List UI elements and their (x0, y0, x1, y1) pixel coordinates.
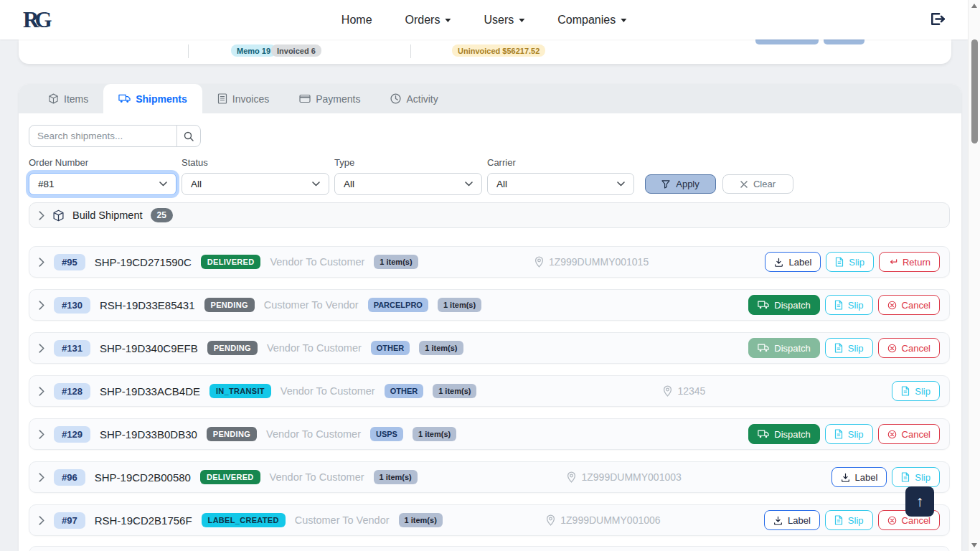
row-actions: Slip (892, 381, 940, 401)
label-button[interactable]: Label (765, 252, 821, 272)
cancel-button[interactable]: Cancel (878, 338, 940, 358)
scroll-to-top-button[interactable]: ↑ (905, 486, 934, 517)
slip-button[interactable]: Slip (892, 381, 940, 401)
row-left: #131 SHP-19D340C9EFB PENDING Vendor To C… (39, 340, 463, 357)
button-label: Slip (848, 515, 864, 526)
order-number-select[interactable]: #81 (29, 173, 176, 195)
tracking: 1Z999DUMMY001003 (418, 471, 831, 483)
location-pin-icon (534, 256, 544, 268)
button-label: Label (855, 472, 878, 483)
clear-button[interactable]: Clear (722, 174, 793, 194)
slip-button[interactable]: Slip (892, 467, 940, 487)
download-icon (773, 516, 783, 525)
file-icon (901, 472, 910, 482)
status-badge: PENDING (207, 427, 257, 441)
shipment-row[interactable]: #130 RSH-19D33E85431 PENDING Customer To… (29, 289, 950, 321)
button-label: Dispatch (774, 300, 811, 311)
shipment-row[interactable]: #95 SHP-19CD271590C DELIVERED Vendor To … (29, 246, 950, 278)
chevron-right-icon[interactable] (39, 516, 44, 525)
button-label: Slip (848, 429, 864, 440)
tab-shipments[interactable]: Shipments (103, 84, 202, 113)
select-value: #81 (38, 179, 55, 189)
shipment-row[interactable]: #131 SHP-19D340C9EFB PENDING Vendor To C… (29, 332, 950, 364)
button-label: Slip (915, 472, 930, 483)
return-button[interactable]: Return (879, 252, 940, 272)
scrollbar-down-arrow[interactable] (971, 543, 977, 547)
button-label: Cancel (902, 343, 930, 354)
slip-button[interactable]: Slip (826, 252, 874, 272)
search-button[interactable] (176, 125, 201, 147)
direction-label: Customer To Vendor (264, 299, 359, 311)
chevron-right-icon[interactable] (39, 258, 44, 267)
items-badge: 1 item(s) (419, 341, 463, 355)
items-badge: 1 item(s) (374, 255, 418, 269)
slip-button[interactable]: Slip (825, 295, 873, 315)
build-shipment-row[interactable]: Build Shipment 25 (29, 202, 950, 228)
slip-button[interactable]: Slip (825, 424, 873, 444)
scrollbar-thumb[interactable] (971, 39, 978, 143)
chevron-right-icon[interactable] (39, 387, 44, 396)
row-left: #128 SHP-19D33ACB4DE IN_TRANSIT Vendor T… (39, 383, 476, 400)
chevron-right-icon[interactable] (39, 430, 44, 439)
shipment-row[interactable]: #128 SHP-19D33ACB4DE IN_TRANSIT Vendor T… (29, 375, 950, 407)
search-input[interactable] (29, 125, 177, 147)
download-icon (774, 258, 783, 267)
carrier-badge: USPS (370, 427, 403, 441)
file-icon (835, 257, 844, 267)
row-actions: LabelSlip (831, 467, 941, 487)
carrier-select[interactable]: All (487, 173, 634, 195)
carrier-badge: PARCELPRO (368, 298, 428, 312)
page-scrollbar[interactable] (968, 0, 980, 551)
status-select[interactable]: All (182, 173, 329, 195)
chevron-down-icon (617, 182, 625, 187)
order-number-badge: #131 (54, 340, 90, 357)
nav-item-companies[interactable]: Companies (557, 14, 626, 27)
select-value: All (344, 179, 354, 189)
divider (410, 44, 411, 58)
return-arrow-icon (888, 258, 897, 266)
nav-item-orders[interactable]: Orders (405, 14, 451, 27)
shipment-row-partial[interactable] (29, 546, 950, 551)
nav-item-home[interactable]: Home (341, 14, 372, 27)
tab-activity[interactable]: Activity (375, 84, 453, 113)
cancel-button[interactable]: Cancel (878, 295, 940, 315)
button-label: Cancel (902, 300, 930, 311)
order-number-badge: #95 (54, 254, 85, 270)
filter-actions: Apply Clear (645, 174, 793, 195)
cancel-button[interactable]: Cancel (878, 424, 940, 444)
chevron-right-icon[interactable] (39, 473, 44, 482)
shipment-row[interactable]: #97 RSH-19CD2B1756F LABEL_CREATED Custom… (29, 504, 950, 536)
cancel-circle-icon (887, 344, 897, 353)
slip-button[interactable]: Slip (825, 510, 873, 530)
label-button[interactable]: Label (764, 510, 820, 530)
chevron-right-icon[interactable] (39, 344, 44, 353)
tab-invoices[interactable]: Invoices (202, 84, 284, 113)
carrier-badge: OTHER (371, 341, 410, 355)
build-shipment-count-badge: 25 (151, 208, 173, 222)
shipment-row[interactable]: #96 SHP-19CD2B00580 DELIVERED Vendor To … (29, 461, 950, 493)
slip-button[interactable]: Slip (825, 338, 873, 358)
chevron-right-icon[interactable] (39, 301, 44, 310)
dispatch-button[interactable]: Dispatch (748, 338, 820, 358)
filter-order-number: Order Number #81 (29, 157, 176, 195)
nav-item-users[interactable]: Users (484, 14, 524, 27)
filter-label: Carrier (487, 157, 634, 168)
shipment-row[interactable]: #129 SHP-19D33B0DB30 PENDING Vendor To C… (29, 418, 950, 450)
truck-icon (118, 94, 131, 103)
tracking-number: 1Z999DUMMY001015 (549, 256, 649, 268)
scrollbar-up-arrow[interactable] (971, 4, 977, 8)
label-button[interactable]: Label (831, 467, 887, 487)
type-select[interactable]: All (334, 173, 482, 195)
tab-payments[interactable]: Payments (284, 84, 375, 113)
partial-button[interactable] (755, 39, 819, 44)
tab-items[interactable]: Items (33, 84, 103, 113)
logout-icon[interactable] (930, 11, 945, 27)
brand-logo[interactable]: RG (23, 7, 54, 33)
partial-button[interactable] (824, 39, 864, 44)
row-actions: DispatchSlipCancel (748, 295, 940, 315)
status-badge: DELIVERED (201, 255, 261, 269)
dispatch-button[interactable]: Dispatch (748, 424, 820, 444)
apply-button[interactable]: Apply (645, 174, 716, 194)
status-badge: LABEL_CREATED (202, 513, 286, 527)
dispatch-button[interactable]: Dispatch (748, 295, 820, 315)
